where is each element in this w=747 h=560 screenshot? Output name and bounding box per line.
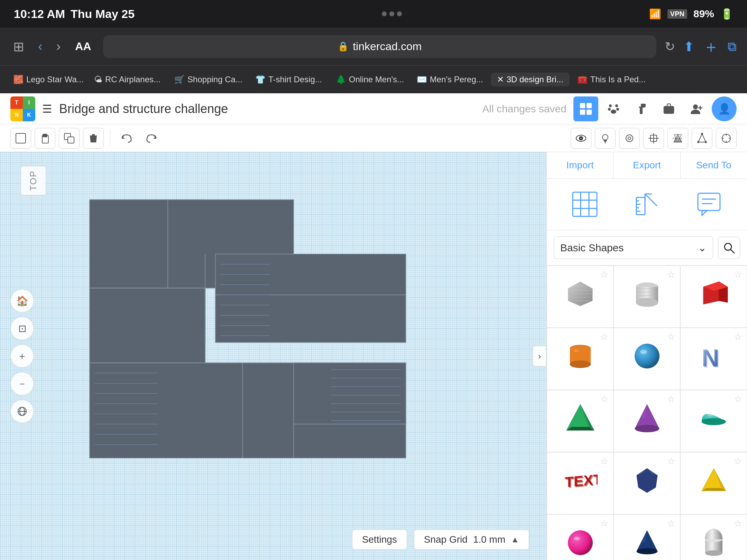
- star-icon[interactable]: ☆: [667, 456, 675, 467]
- user-avatar-button[interactable]: 👤: [712, 96, 737, 121]
- perspective-button[interactable]: [10, 400, 34, 423]
- shapes-dropdown[interactable]: Basic Shapes ⌄: [554, 236, 713, 259]
- bookmark-tab-3d[interactable]: ✕ 3D design Bri...: [491, 73, 570, 86]
- shape-preview-box-red: [695, 275, 733, 313]
- svg-marker-36: [698, 134, 706, 142]
- pawprint-button[interactable]: [601, 96, 626, 121]
- bookmark-tab-shopping[interactable]: 🛒 Shopping Ca...: [168, 73, 248, 86]
- shape-cone-purple[interactable]: ☆: [614, 390, 680, 452]
- star-icon[interactable]: ☆: [734, 456, 742, 467]
- shape-preview-gem-blue: [628, 461, 666, 500]
- status-dot-1: [382, 11, 387, 16]
- copy-workspace-button[interactable]: [10, 128, 31, 149]
- forward-button[interactable]: ›: [54, 36, 64, 57]
- canvas-area[interactable]: TOP: [0, 152, 546, 560]
- app-header: T I N K ☰ Bridge and structure challenge…: [0, 93, 747, 124]
- star-icon[interactable]: ☆: [734, 394, 742, 404]
- shape-tool-button[interactable]: [619, 128, 640, 149]
- shape-box-red[interactable]: ☆: [680, 265, 747, 328]
- zoom-in-button[interactable]: ＋: [10, 344, 34, 368]
- shape-bullet-silver[interactable]: ☆: [680, 514, 747, 560]
- shape-cylinder-gray[interactable]: ☆: [614, 265, 680, 328]
- star-icon[interactable]: ☆: [667, 332, 675, 342]
- right-panel-toggle[interactable]: ›: [533, 346, 546, 366]
- text-size-button[interactable]: AA: [72, 39, 94, 54]
- import-button[interactable]: Import: [547, 152, 614, 178]
- sidebar-toggle-button[interactable]: ⊞: [10, 36, 27, 57]
- bookmark-tab-rc[interactable]: 🌤 RC Airplanes...: [88, 73, 167, 86]
- star-icon[interactable]: ☆: [734, 269, 742, 280]
- shape-box-gray[interactable]: ☆: [547, 265, 614, 328]
- star-icon[interactable]: ☆: [600, 518, 608, 529]
- star-icon[interactable]: ☆: [667, 269, 675, 280]
- shape-sphere-pink[interactable]: ☆: [547, 514, 614, 560]
- shape-gem-blue[interactable]: ☆: [614, 452, 680, 514]
- shape-half-sphere-teal[interactable]: ☆: [680, 390, 747, 452]
- bookmark-tab-tshirt[interactable]: 👕 T-shirt Desig...: [249, 73, 328, 86]
- browser-chrome: ⊞ ‹ › AA 🔒 tinkercad.com ↻ ⬆ ＋ ⧉: [0, 28, 747, 66]
- hammer-button[interactable]: [629, 96, 654, 121]
- outdoor-favicon: 🌲: [336, 75, 346, 84]
- ruler-panel-icon[interactable]: [629, 187, 664, 222]
- star-icon[interactable]: ☆: [600, 332, 608, 342]
- grid-view-button[interactable]: [573, 96, 598, 121]
- svg-point-131: [635, 425, 659, 432]
- menu-icon[interactable]: ☰: [42, 102, 52, 115]
- tabs-button[interactable]: ⧉: [728, 39, 737, 54]
- shape-pyramid-green[interactable]: ☆: [547, 390, 614, 452]
- star-icon[interactable]: ☆: [600, 456, 608, 467]
- shape-text-n[interactable]: ☆ N N: [680, 328, 747, 390]
- send-to-button[interactable]: Send To: [681, 152, 747, 178]
- home-view-button[interactable]: 🏠: [10, 289, 34, 312]
- svg-rect-96: [698, 193, 720, 211]
- star-icon[interactable]: ☆: [667, 394, 675, 404]
- fit-view-button[interactable]: ⊡: [10, 317, 34, 340]
- date-display: Thu May 25: [71, 7, 135, 21]
- shape-sphere-blue[interactable]: ☆: [614, 328, 680, 390]
- align-button[interactable]: [643, 128, 664, 149]
- settings-button[interactable]: Settings: [352, 530, 407, 550]
- snap-grid-dropdown-arrow[interactable]: ▲: [511, 535, 519, 544]
- share-button[interactable]: ⬆: [683, 39, 694, 54]
- star-icon[interactable]: ☆: [667, 518, 675, 529]
- snap-button[interactable]: [716, 128, 737, 149]
- export-button[interactable]: Export: [614, 152, 680, 178]
- flip-button[interactable]: [667, 128, 688, 149]
- bookmark-tab-outdoor[interactable]: 🌲 Online Men's...: [330, 73, 409, 86]
- duplicate-button[interactable]: [59, 128, 80, 149]
- zoom-out-button[interactable]: －: [10, 372, 34, 395]
- shape-cone-dark-blue[interactable]: ☆: [614, 514, 680, 560]
- star-icon[interactable]: ☆: [734, 332, 742, 342]
- back-button[interactable]: ‹: [35, 36, 45, 57]
- new-tab-button[interactable]: ＋: [703, 36, 719, 58]
- address-bar[interactable]: 🔒 tinkercad.com: [103, 35, 656, 58]
- redo-button[interactable]: [141, 128, 162, 149]
- undo-button[interactable]: [117, 128, 137, 149]
- star-icon[interactable]: ☆: [600, 269, 608, 280]
- bookmark-tab-lego[interactable]: 🧱 Lego Star Wa...: [7, 73, 86, 86]
- light-button[interactable]: [595, 128, 616, 149]
- shape-text-red[interactable]: ☆ TEXT TEXT: [547, 452, 614, 514]
- bookmark-tab-mens[interactable]: ✉️ Men's Pereg...: [411, 73, 489, 86]
- paste-button[interactable]: [35, 128, 55, 149]
- grid-panel-icon[interactable]: [568, 187, 602, 222]
- shapes-dropdown-label: Basic Shapes: [560, 242, 624, 254]
- svg-point-123: [635, 344, 660, 368]
- search-shapes-button[interactable]: [718, 237, 740, 259]
- close-tab-icon[interactable]: ✕: [497, 75, 504, 84]
- comment-panel-icon[interactable]: [692, 187, 726, 222]
- briefcase-button[interactable]: [656, 96, 681, 121]
- star-icon[interactable]: ☆: [734, 518, 742, 529]
- shape-cylinder-orange[interactable]: ☆: [547, 328, 614, 390]
- delete-button[interactable]: [83, 128, 104, 149]
- svg-text:N: N: [703, 346, 720, 373]
- shape-pyramid-yellow[interactable]: ☆: [680, 452, 747, 514]
- svg-point-143: [568, 530, 593, 555]
- add-user-button[interactable]: [684, 96, 709, 121]
- svg-point-5: [615, 104, 618, 107]
- bookmark-tab-ped[interactable]: 🧰 This Is a Ped...: [571, 73, 651, 86]
- eye-view-button[interactable]: [571, 128, 591, 149]
- reload-button[interactable]: ↻: [665, 39, 675, 54]
- symmetry-button[interactable]: [692, 128, 712, 149]
- star-icon[interactable]: ☆: [600, 394, 608, 404]
